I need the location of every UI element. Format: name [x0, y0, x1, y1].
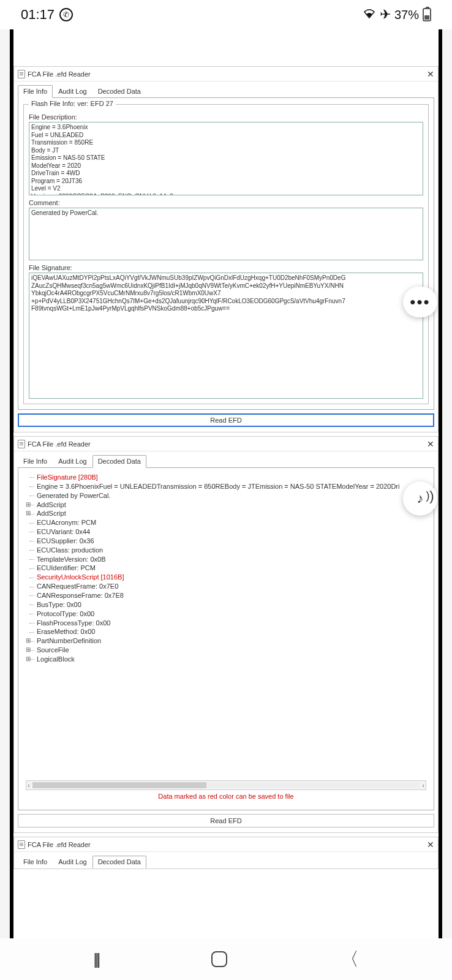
flash-file-info-group: Flash File Info: ver: EFD 27 File Descri… [23, 104, 429, 404]
window-title: FCA File .efd Reader [28, 440, 91, 448]
tree-node-bustype[interactable]: BusType: 0x00 [26, 600, 426, 609]
android-nav-bar: ||| 〈 [0, 938, 452, 980]
scroll-right-icon[interactable]: › [422, 782, 424, 789]
document-icon [18, 440, 25, 448]
nav-recents-icon[interactable]: ||| [93, 950, 98, 969]
groupbox-title: Flash File Info: ver: EFD 27 [29, 100, 116, 107]
tree-node-ecuvariant[interactable]: ECUVariant: 0x44 [26, 527, 426, 537]
tab-file-info[interactable]: File Info [18, 455, 53, 468]
efd-reader-window-1: FCA File .efd Reader ✕ File Info Audit L… [13, 66, 439, 432]
file-description-label: File Description: [29, 113, 423, 121]
red-note: Data marked as red color can be saved to… [23, 790, 429, 805]
airplane-mode-icon: ✈ [380, 7, 391, 23]
close-icon[interactable]: ✕ [427, 69, 434, 79]
comment-label: Comment: [29, 199, 423, 206]
tree-node-templatever[interactable]: TemplateVersion: 0x0B [26, 555, 426, 564]
edge-panel-handle[interactable]: ••• [403, 287, 437, 317]
tab-strip: File Info Audit Log Decoded Data [14, 81, 438, 98]
wifi-icon [363, 7, 376, 23]
android-status-bar: 01:17 ✆ ✈ 37% [0, 0, 452, 29]
tree-node-erase[interactable]: EraseMethod: 0x00 [26, 627, 426, 636]
tree-node-partnumber[interactable]: PartNumberDefinition [26, 636, 426, 646]
tree-node-engine[interactable]: Engine = 3.6PhoenixFuel = UNLEADEDTransm… [26, 482, 426, 491]
tree-node-generated[interactable]: Generated by PowerCal. [26, 491, 426, 500]
tree-node-ecuclass[interactable]: ECUClass: production [26, 546, 426, 555]
tree-node-securityunlock[interactable]: SecurityUnlockScript [1016B] [26, 573, 426, 582]
whatsapp-icon: ✆ [59, 8, 73, 21]
decoded-tree[interactable]: FileSignature [280B] Engine = 3.6Phoenix… [23, 472, 429, 778]
tab-strip: File Info Audit Log Decoded Data [14, 451, 438, 468]
tree-node-sourcefile[interactable]: SourceFile [26, 646, 426, 655]
file-signature-label: File Signature: [29, 264, 423, 271]
tree-node-logicalblock[interactable]: LogicalBlock [26, 655, 426, 664]
screenshot-viewport: FCA File .efd Reader ✕ File Info Audit L… [0, 29, 452, 938]
read-efd-button[interactable]: Read EFD [18, 814, 434, 827]
nav-back-icon[interactable]: 〈 [341, 947, 359, 972]
tab-audit-log[interactable]: Audit Log [53, 455, 92, 468]
file-description-textbox[interactable]: Engine = 3.6Phoenix Fuel = UNLEADED Tran… [29, 122, 423, 195]
tree-node-addscript[interactable]: AddScript [26, 500, 426, 510]
media-bubble[interactable]: ♪ [403, 481, 437, 516]
window-title: FCA File .efd Reader [28, 841, 91, 848]
titlebar[interactable]: FCA File .efd Reader ✕ [14, 67, 438, 81]
tree-node-protocol[interactable]: ProtocolType: 0x00 [26, 609, 426, 619]
status-time: 01:17 [21, 7, 55, 23]
file-signature-textbox[interactable]: iQEVAwUAXuzMtDYPI2pPtsLxAQiYVgf/VkJWNmuS… [29, 273, 423, 399]
tree-node-filesignature[interactable]: FileSignature [280B] [26, 473, 426, 482]
titlebar[interactable]: FCA File .efd Reader ✕ [14, 437, 438, 451]
tab-panel-file-info: Flash File Info: ver: EFD 27 File Descri… [18, 97, 434, 410]
document-icon [18, 840, 25, 849]
music-note-icon: ♪ [417, 491, 424, 507]
tree-node-ecuacronym[interactable]: ECUAcronym: PCM [26, 518, 426, 527]
tab-file-info[interactable]: File Info [18, 856, 53, 869]
tree-node-canresp[interactable]: CANResponseFrame: 0x7E8 [26, 591, 426, 600]
battery-icon [423, 8, 431, 21]
read-efd-button[interactable]: Read EFD [18, 413, 434, 427]
tree-node-ecusupplier[interactable]: ECUSupplier: 0x36 [26, 537, 426, 546]
tab-panel-decoded-data: FileSignature [280B] Engine = 3.6Phoenix… [18, 467, 434, 810]
tab-strip: File Info Audit Log Decoded Data [14, 852, 438, 869]
tab-decoded-data[interactable]: Decoded Data [92, 455, 146, 468]
tab-decoded-data[interactable]: Decoded Data [92, 856, 146, 869]
efd-reader-window-2: FCA File .efd Reader ✕ File Info Audit L… [13, 436, 439, 833]
document-icon [18, 70, 25, 78]
horizontal-scrollbar[interactable]: ‹ › [26, 780, 426, 790]
scroll-left-icon[interactable]: ‹ [28, 782, 30, 789]
titlebar[interactable]: FCA File .efd Reader ✕ [14, 837, 438, 852]
tree-node-flashproc[interactable]: FlashProcessType: 0x00 [26, 619, 426, 628]
tab-audit-log[interactable]: Audit Log [53, 856, 92, 869]
battery-percent: 37% [394, 8, 419, 22]
scroll-thumb[interactable] [32, 782, 207, 788]
tree-node-ecuidentifier[interactable]: ECUIdentifier: PCM [26, 564, 426, 573]
close-icon[interactable]: ✕ [427, 439, 434, 449]
tab-audit-log[interactable]: Audit Log [53, 85, 92, 98]
nav-home-icon[interactable] [211, 951, 227, 967]
window-title: FCA File .efd Reader [28, 70, 91, 78]
tree-node-addscript[interactable]: AddScript [26, 509, 426, 518]
efd-reader-window-3: FCA File .efd Reader ✕ File Info Audit L… [13, 837, 439, 869]
tree-node-canreq[interactable]: CANRequestFrame: 0x7E0 [26, 582, 426, 591]
close-icon[interactable]: ✕ [427, 840, 434, 850]
comment-textbox[interactable]: Generated by PowerCal. [29, 208, 423, 260]
tab-file-info[interactable]: File Info [18, 85, 53, 98]
tab-decoded-data[interactable]: Decoded Data [92, 85, 146, 98]
